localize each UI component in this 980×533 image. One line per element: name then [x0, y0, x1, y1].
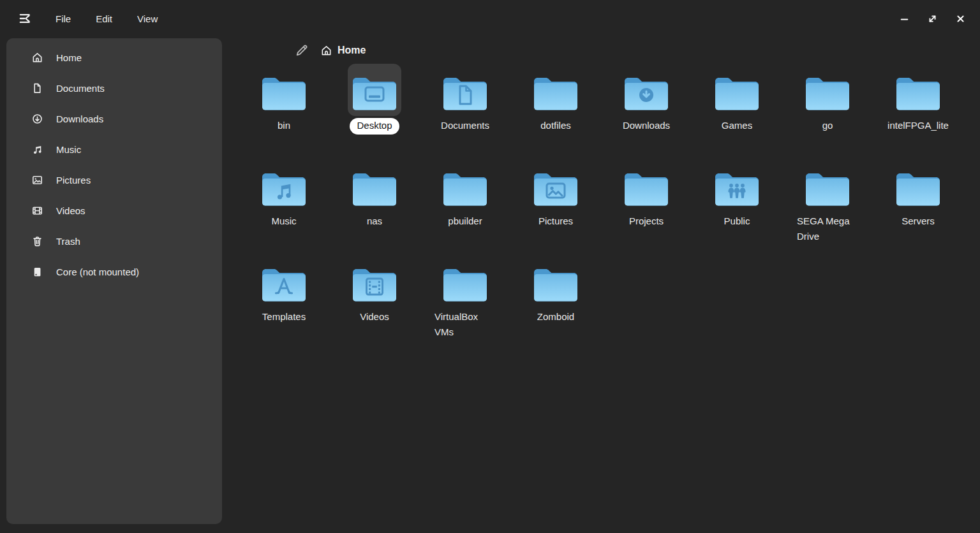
- folder-intelfpga-lite[interactable]: intelFPGA_lite: [873, 64, 963, 159]
- folder-icon: [348, 255, 401, 307]
- maximize-button[interactable]: [923, 9, 942, 28]
- image-icon: [31, 173, 43, 186]
- folder-label: Downloads: [623, 118, 670, 133]
- folder-sega-mega-drive[interactable]: SEGA Mega Drive: [782, 159, 873, 255]
- download-icon: [31, 112, 43, 125]
- sidebar-item-trash[interactable]: Trash: [6, 226, 222, 256]
- sidebar-item-documents[interactable]: Documents: [6, 73, 222, 103]
- path-bar: Home: [222, 37, 980, 64]
- folder-icon: [529, 159, 583, 212]
- sidebar-item-music[interactable]: Music: [6, 134, 222, 164]
- folder-icon: [710, 159, 764, 212]
- folder-dotfiles[interactable]: dotfiles: [510, 64, 601, 159]
- folder-icon: [891, 64, 945, 116]
- folder-label: Pictures: [538, 214, 573, 229]
- folder-go[interactable]: go: [782, 64, 873, 159]
- folder-icon: [257, 64, 311, 116]
- folder-icon: [438, 255, 492, 307]
- sidebar-item-label: Music: [56, 144, 81, 155]
- home-icon: [31, 51, 43, 64]
- menu-list: FileEditView: [47, 9, 174, 29]
- folder-icon: [529, 255, 583, 307]
- close-button[interactable]: [951, 9, 970, 28]
- folder-icon: [438, 159, 492, 212]
- folder-templates[interactable]: Templates: [239, 255, 329, 351]
- folder-label: Projects: [629, 214, 664, 229]
- window-controls: [886, 9, 970, 28]
- folder-label: intelFPGA_lite: [887, 118, 949, 133]
- folder-label: dotfiles: [540, 118, 571, 133]
- sidebar-item-label: Core (not mounted): [56, 266, 139, 277]
- folder-icon: [529, 64, 583, 116]
- folder-icon: [620, 159, 673, 212]
- folder-label: Documents: [441, 118, 489, 133]
- folder-label: nas: [367, 214, 382, 229]
- edit-path-pencil-icon[interactable]: [293, 42, 310, 59]
- sidebar-item-home[interactable]: Home: [6, 42, 222, 73]
- music-icon: [31, 143, 43, 156]
- folder-public[interactable]: Public: [692, 159, 782, 255]
- sidebar-item-downloads[interactable]: Downloads: [6, 103, 222, 134]
- folder-games[interactable]: Games: [692, 64, 782, 159]
- folder-label: pbuilder: [448, 214, 482, 229]
- folder-label: Servers: [902, 214, 935, 229]
- file-grid: bin Desktop Documents dotfiles Downloads…: [239, 64, 980, 351]
- folder-icon: [257, 159, 311, 212]
- folder-servers[interactable]: Servers: [873, 159, 963, 255]
- menu-edit[interactable]: Edit: [87, 9, 121, 29]
- folder-documents[interactable]: Documents: [420, 64, 510, 159]
- folder-icon: [257, 255, 311, 307]
- folder-downloads[interactable]: Downloads: [601, 64, 692, 159]
- folder-icon: [438, 64, 492, 116]
- home-icon: [320, 45, 332, 57]
- folder-label: Desktop: [350, 118, 399, 135]
- folder-label: Videos: [360, 309, 389, 325]
- minimize-button[interactable]: [895, 9, 914, 28]
- folder-nas[interactable]: nas: [329, 159, 420, 255]
- folder-pbuilder[interactable]: pbuilder: [420, 159, 510, 255]
- folder-pictures[interactable]: Pictures: [510, 159, 601, 255]
- folder-virtualbox-vms[interactable]: VirtualBox VMs: [420, 255, 510, 351]
- folder-label: Public: [724, 214, 750, 229]
- folder-icon: [801, 64, 854, 116]
- sidebar-item-videos[interactable]: Videos: [6, 195, 222, 226]
- sidebar-item-pictures[interactable]: Pictures: [6, 164, 222, 195]
- trash-icon: [31, 235, 43, 247]
- folder-icon: [348, 64, 401, 116]
- folder-zomboid[interactable]: Zomboid: [510, 255, 601, 351]
- folder-label: Templates: [262, 309, 306, 325]
- sidebar-item-label: Home: [56, 52, 82, 63]
- menu-view[interactable]: View: [129, 9, 166, 29]
- folder-icon: [710, 64, 764, 116]
- folder-bin[interactable]: bin: [239, 64, 329, 159]
- folder-label: VirtualBox VMs: [434, 309, 496, 340]
- file-manager-window: FileEditView HomeDocumentsDownloadsMusic…: [0, 0, 980, 533]
- folder-projects[interactable]: Projects: [601, 159, 692, 255]
- folder-label: Games: [722, 118, 752, 133]
- folder-videos[interactable]: Videos: [329, 255, 420, 351]
- sidebar-item-label: Trash: [56, 236, 80, 247]
- menu-file[interactable]: File: [47, 9, 79, 29]
- sidebar-item-label: Pictures: [56, 175, 91, 186]
- main-pane: Home bin Desktop Documents dotfiles Down…: [222, 37, 980, 533]
- breadcrumb[interactable]: Home: [320, 45, 366, 57]
- folder-label: Music: [271, 214, 296, 229]
- sidebar-item-core-not-mounted[interactable]: Core (not mounted): [6, 256, 222, 287]
- sidebar-item-label: Documents: [56, 83, 105, 94]
- folder-label: Zomboid: [537, 309, 574, 325]
- folder-icon: [348, 159, 401, 212]
- folder-desktop[interactable]: Desktop: [329, 64, 420, 159]
- sidebar-item-label: Downloads: [56, 113, 103, 124]
- sidebar-toggle-icon[interactable]: [13, 8, 37, 29]
- folder-label: go: [822, 118, 833, 133]
- folder-icon: [891, 159, 945, 212]
- sidebar: HomeDocumentsDownloadsMusicPicturesVideo…: [6, 38, 222, 524]
- folder-label: bin: [278, 118, 290, 133]
- folder-music[interactable]: Music: [239, 159, 329, 255]
- folder-icon: [801, 159, 854, 212]
- menubar: FileEditView: [0, 0, 980, 37]
- sidebar-item-label: Videos: [56, 205, 85, 216]
- document-icon: [31, 82, 43, 94]
- breadcrumb-label: Home: [338, 45, 366, 56]
- film-icon: [31, 204, 43, 217]
